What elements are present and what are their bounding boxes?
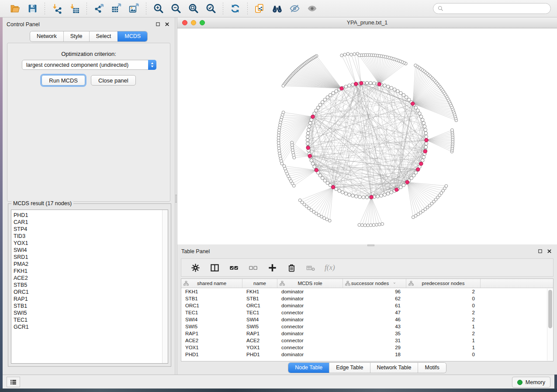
control-panel: Control Panel NetworkStyleSelectMCDS Opt…: [3, 17, 175, 375]
export-network-button[interactable]: [90, 2, 107, 16]
zoom-in-button[interactable]: [149, 2, 167, 16]
save-session-button[interactable]: [24, 2, 41, 16]
table-cell: 46: [343, 317, 406, 322]
add-column-button[interactable]: [266, 261, 278, 274]
select-all-button[interactable]: [228, 261, 240, 274]
mcds-result-item[interactable]: YOX1: [14, 240, 162, 247]
deselect-all-button[interactable]: [247, 261, 259, 274]
zoom-out-button[interactable]: [167, 2, 184, 16]
column-label: shared name: [197, 281, 226, 286]
split-view-icon: [210, 263, 220, 273]
close-panel-icon[interactable]: [164, 21, 170, 27]
split-view-button[interactable]: [208, 261, 221, 274]
mcds-result-item[interactable]: RAP1: [14, 296, 162, 303]
sort-chevron-icon: [393, 281, 398, 285]
table-cell: 47: [343, 310, 406, 315]
export-image-button[interactable]: [125, 2, 142, 16]
export-table-button[interactable]: [107, 2, 125, 16]
table-tab-network-table[interactable]: Network Table: [370, 363, 418, 373]
mcds-result-item[interactable]: STB5: [14, 282, 162, 289]
mcds-result-item[interactable]: SRD1: [14, 254, 162, 261]
network-graph-svg[interactable]: [177, 28, 557, 244]
mcds-result-item[interactable]: TID3: [14, 233, 162, 240]
mcds-result-item[interactable]: ACE2: [14, 275, 162, 282]
memory-button[interactable]: Memory: [512, 377, 550, 388]
table-float-panel-icon[interactable]: [537, 248, 543, 254]
column-header-predecessor-nodes[interactable]: predecessor nodes: [406, 279, 481, 288]
copy-share-button[interactable]: [251, 2, 268, 16]
function-builder-button[interactable]: f(x): [324, 263, 335, 272]
window-close-icon[interactable]: [182, 20, 187, 25]
tab-style[interactable]: Style: [63, 31, 89, 41]
import-table-button[interactable]: [66, 2, 83, 16]
mcds-result-item[interactable]: GCR1: [14, 323, 162, 330]
splitter-grip-icon[interactable]: [175, 195, 177, 203]
search-icon: [437, 5, 444, 12]
table-row[interactable]: ORC1ORC1dominator610: [181, 302, 553, 309]
zoom-fit-button[interactable]: [184, 2, 202, 16]
column-header-shared-name[interactable]: shared name: [181, 279, 242, 288]
mcds-result-item[interactable]: SWI5: [14, 309, 162, 316]
mcds-result-item[interactable]: PMA2: [14, 261, 162, 268]
table-tab-node-table[interactable]: Node Table: [288, 363, 329, 373]
mcds-result-item[interactable]: ORC1: [14, 289, 162, 296]
window-maximize-icon[interactable]: [200, 20, 205, 25]
table-tab-motifs[interactable]: Motifs: [418, 363, 446, 373]
table-close-panel-icon[interactable]: [547, 248, 552, 254]
table-row[interactable]: TEC1TEC1connector472: [181, 309, 553, 316]
open-file-button[interactable]: [6, 2, 24, 16]
window-minimize-icon[interactable]: [191, 20, 196, 25]
float-panel-icon[interactable]: [155, 21, 161, 27]
zoom-selected-button[interactable]: [202, 2, 219, 16]
mcds-result-item[interactable]: SWI4: [14, 247, 162, 254]
table-cell: PHD1: [242, 352, 277, 357]
settings-button[interactable]: [189, 261, 201, 274]
table-scrollbar-thumb[interactable]: [548, 290, 552, 328]
table-tab-edge-table[interactable]: Edge Table: [329, 363, 370, 373]
table-row[interactable]: YOX1YOX1connector291: [181, 344, 553, 351]
network-canvas[interactable]: [177, 28, 557, 244]
import-network-button[interactable]: [48, 2, 66, 16]
search-objects-button[interactable]: [268, 2, 286, 16]
mcds-result-scrollbar[interactable]: [162, 210, 168, 363]
delete-columns-button[interactable]: [285, 261, 298, 274]
mcds-result-item[interactable]: STB1: [14, 303, 162, 309]
dropdown-stepper-icon: [148, 60, 156, 70]
run-mcds-button[interactable]: Run MCDS: [42, 75, 85, 86]
control-panel-header: Control Panel: [3, 17, 175, 31]
network-window-titlebar[interactable]: YPA_prune.txt_1: [177, 17, 557, 28]
column-label: name: [253, 281, 266, 286]
column-header-name[interactable]: name: [242, 279, 277, 288]
table-row[interactable]: PHD1PHD1dominator180: [181, 351, 553, 358]
refresh-button[interactable]: [226, 2, 244, 16]
tab-select[interactable]: Select: [89, 31, 118, 41]
mcds-result-item[interactable]: TEC1: [14, 316, 162, 323]
task-history-button[interactable]: [7, 377, 20, 387]
table-row[interactable]: SWI4SWI4dominator462: [181, 316, 553, 323]
mcds-result-item[interactable]: FKH1: [14, 268, 162, 275]
mcds-result-item[interactable]: CAR1: [14, 219, 162, 226]
search-input[interactable]: [446, 6, 547, 12]
show-graphics-button[interactable]: [303, 2, 321, 16]
column-header-successor-nodes[interactable]: successor nodes: [343, 279, 406, 288]
criterion-dropdown[interactable]: largest connected component (undirected): [22, 60, 156, 70]
column-header-mcds-role[interactable]: MCDS role: [277, 279, 343, 288]
mcds-result-item[interactable]: STP4: [14, 226, 162, 233]
mcds-result-item[interactable]: PHD1: [14, 212, 162, 219]
table-row[interactable]: SWI5SWI5connector431: [181, 323, 553, 330]
delete-table-button[interactable]: [304, 261, 317, 274]
tab-mcds[interactable]: MCDS: [118, 31, 147, 41]
table-panel: Table Panel f(x) shared namenameMCDS rol…: [177, 244, 557, 375]
table-row[interactable]: FKH1FKH1dominator962: [181, 288, 553, 295]
tab-network[interactable]: Network: [30, 31, 63, 41]
table-row[interactable]: RAP1RAP1dominator352: [181, 330, 553, 337]
close-panel-button[interactable]: Close panel: [91, 75, 136, 86]
search-box[interactable]: [433, 3, 551, 14]
open-file-icon: [10, 3, 21, 14]
hide-details-button[interactable]: [286, 2, 303, 16]
table-row[interactable]: ACE2ACE2connector311: [181, 337, 553, 344]
table-scrollbar[interactable]: [547, 289, 553, 361]
zoom-in-icon: [153, 3, 164, 14]
import-table-icon: [69, 3, 80, 14]
table-row[interactable]: STB1STB1dominator620: [181, 295, 553, 302]
